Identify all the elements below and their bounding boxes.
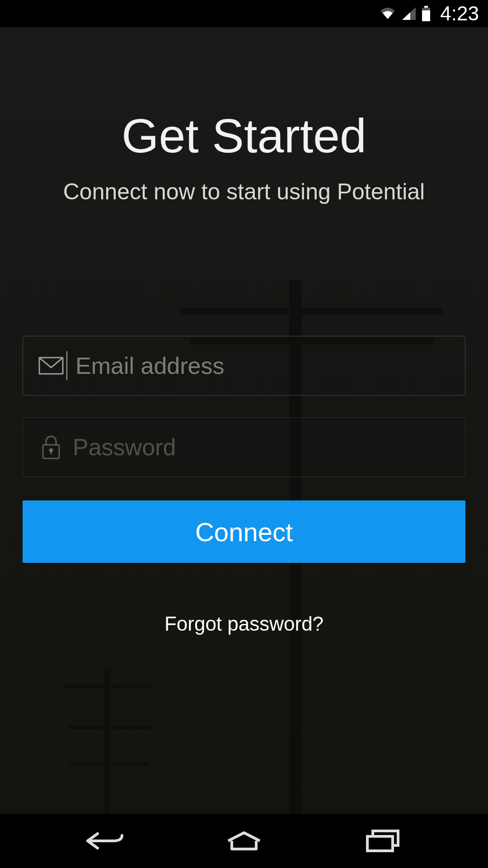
page-subtitle: Connect now to start using Potential [23,179,465,205]
svg-rect-7 [367,836,393,851]
cellular-signal-icon [401,6,417,21]
back-button[interactable] [74,823,137,859]
login-form: Connect Forgot password? [23,336,465,635]
page-title: Get Started [23,108,465,163]
email-field-wrapper[interactable] [23,336,465,396]
password-field[interactable] [65,418,450,476]
status-time: 4:23 [440,2,479,25]
svg-rect-2 [422,10,430,21]
svg-rect-0 [424,6,428,8]
recent-apps-button[interactable] [351,823,414,859]
status-icons [379,6,431,21]
password-field-wrapper[interactable] [23,417,465,477]
lock-icon [38,435,65,459]
forgot-password-link[interactable]: Forgot password? [23,613,465,635]
email-field[interactable] [67,336,450,395]
home-button[interactable] [212,823,276,859]
connect-button[interactable]: Connect [23,500,465,563]
login-screen: Get Started Connect now to start using P… [0,27,488,814]
battery-icon [421,6,431,21]
status-bar: 4:23 [0,0,488,27]
system-nav-bar [0,814,488,868]
mail-icon [38,357,65,375]
wifi-icon [379,6,397,21]
